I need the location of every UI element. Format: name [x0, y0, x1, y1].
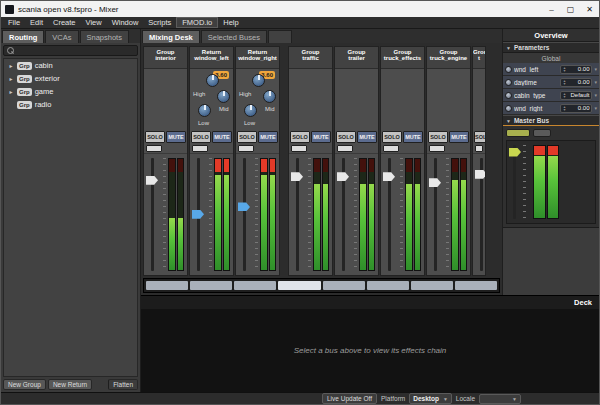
- search-input[interactable]: [17, 47, 134, 54]
- scrollbar-segment-5[interactable]: [367, 281, 409, 290]
- tree-item-exterior[interactable]: ▸Grpexterior: [4, 72, 137, 85]
- parameter-value-box[interactable]: ▴▾0.00: [560, 104, 592, 113]
- button-flatten[interactable]: Flatten: [108, 379, 138, 390]
- fader-value-box[interactable]: [383, 145, 399, 152]
- button-new-group[interactable]: New Group: [3, 379, 46, 390]
- tab-snapshots[interactable]: Snapshots: [80, 30, 129, 43]
- spinner-arrows-icon[interactable]: ▴▾: [563, 66, 565, 73]
- scrollbar-segment-2[interactable]: [234, 281, 276, 290]
- expand-arrow-icon[interactable]: ▸: [8, 62, 14, 69]
- parameter-value-box[interactable]: ▴▾0.00: [560, 78, 592, 87]
- master-fader-handle[interactable]: [509, 148, 521, 157]
- solo-button[interactable]: SOLO: [237, 131, 257, 143]
- mixer-strip-window-left[interactable]: Returnwindow_left3.60HighMidLowSOLOMUTE: [189, 46, 234, 276]
- mixer-strip-traffic[interactable]: GrouptrafficSOLOMUTE: [288, 46, 333, 276]
- expand-arrow-icon[interactable]: ▸: [8, 75, 14, 82]
- mute-button[interactable]: MUTE: [311, 131, 331, 143]
- menu-view[interactable]: View: [81, 17, 107, 28]
- knob-mid[interactable]: [217, 90, 230, 103]
- knob-high[interactable]: [252, 74, 265, 87]
- master-bus-section-header[interactable]: ▼ Master Bus: [503, 115, 599, 126]
- fader-value-box[interactable]: [429, 145, 445, 152]
- parameter-row-daytime[interactable]: daytime▴▾0.00▾: [503, 76, 599, 89]
- master-solo-button[interactable]: [506, 129, 530, 137]
- solo-button[interactable]: SOLO: [428, 131, 448, 143]
- fader-value-box[interactable]: [192, 145, 208, 152]
- solo-button[interactable]: SOLO: [290, 131, 310, 143]
- mixer-strip-interior[interactable]: GroupinteriorSOLOMUTE: [143, 46, 188, 276]
- spin-down-icon[interactable]: ▾: [563, 82, 565, 86]
- parameter-value-box[interactable]: ▴▾Default: [560, 91, 592, 100]
- locale-dropdown[interactable]: ▼: [479, 394, 521, 404]
- fader-value-box[interactable]: [291, 145, 307, 152]
- fader-value-box[interactable]: [475, 145, 483, 152]
- spinner-arrows-icon[interactable]: ▴▾: [563, 79, 565, 86]
- menu-scripts[interactable]: Scripts: [143, 17, 176, 28]
- platform-dropdown[interactable]: Desktop ▼: [409, 393, 452, 404]
- parameter-row-wnd-left[interactable]: wnd_left▴▾0.00▾: [503, 63, 599, 76]
- tab-mixing-desk[interactable]: Mixing Desk: [142, 30, 200, 43]
- mixer-strip-t[interactable]: GrouptSOLOMUTE: [472, 46, 486, 276]
- scrollbar-segment-0[interactable]: [146, 281, 188, 290]
- tree-item-radio[interactable]: Grpradio: [4, 98, 137, 111]
- tab-stub[interactable]: [268, 30, 292, 43]
- mute-button[interactable]: MUTE: [449, 131, 469, 143]
- fader-value-box[interactable]: [337, 145, 353, 152]
- knob-low[interactable]: [198, 104, 211, 117]
- solo-button[interactable]: SOLO: [145, 131, 165, 143]
- menu-help[interactable]: Help: [218, 17, 243, 28]
- fader-value-box[interactable]: [146, 145, 162, 152]
- tree-item-cabin[interactable]: ▸Grpcabin: [4, 59, 137, 72]
- menu-window[interactable]: Window: [107, 17, 144, 28]
- chevron-down-icon[interactable]: ▾: [594, 105, 597, 111]
- knob-mid[interactable]: [263, 90, 276, 103]
- knob-high[interactable]: [206, 74, 219, 87]
- chevron-down-icon[interactable]: ▾: [594, 66, 597, 72]
- search-box[interactable]: [3, 45, 138, 56]
- mixer-scrollbar[interactable]: [143, 278, 500, 293]
- parameter-row-cabin-type[interactable]: cabin_type▴▾Default▾: [503, 89, 599, 102]
- expand-arrow-icon[interactable]: ▸: [8, 88, 14, 95]
- fader-handle[interactable]: [337, 172, 349, 181]
- tab-routing[interactable]: Routing: [2, 30, 44, 43]
- scrollbar-segment-1[interactable]: [190, 281, 232, 290]
- mixer-strip-truck-effects[interactable]: Grouptruck_effectsSOLOMUTE: [380, 46, 425, 276]
- mixer-strip-trailer[interactable]: GrouptrailerSOLOMUTE: [334, 46, 379, 276]
- tab-vcas[interactable]: VCAs: [45, 30, 78, 43]
- chevron-down-icon[interactable]: ▾: [594, 92, 597, 98]
- fader-handle[interactable]: [238, 202, 250, 211]
- fader-handle[interactable]: [146, 176, 158, 185]
- spin-down-icon[interactable]: ▾: [563, 108, 565, 112]
- fader-handle[interactable]: [475, 170, 486, 179]
- solo-button[interactable]: SOLO: [191, 131, 211, 143]
- parameters-section-header[interactable]: ▼ Parameters: [503, 42, 599, 53]
- spinner-arrows-icon[interactable]: ▴▾: [563, 92, 565, 99]
- scrollbar-segment-7[interactable]: [455, 281, 497, 290]
- live-update-button[interactable]: Live Update Off: [322, 393, 377, 404]
- scrollbar-segment-3[interactable]: [278, 281, 320, 290]
- spinner-arrows-icon[interactable]: ▴▾: [563, 105, 565, 112]
- mute-button[interactable]: MUTE: [166, 131, 186, 143]
- fader-handle[interactable]: [192, 210, 204, 219]
- mixer-strip-truck-engine[interactable]: Grouptruck_engineSOLOMUTE: [426, 46, 471, 276]
- tree-item-game[interactable]: ▸Grpgame: [4, 85, 137, 98]
- solo-button[interactable]: SOLO: [474, 131, 486, 143]
- fader-handle[interactable]: [429, 178, 441, 187]
- tab-selected-buses[interactable]: Selected Buses: [201, 30, 267, 43]
- menu-create[interactable]: Create: [48, 17, 81, 28]
- menu-file[interactable]: File: [3, 17, 25, 28]
- menu-edit[interactable]: Edit: [25, 17, 48, 28]
- scrollbar-segment-6[interactable]: [411, 281, 453, 290]
- mute-button[interactable]: MUTE: [258, 131, 278, 143]
- scrollbar-segment-4[interactable]: [323, 281, 365, 290]
- mute-button[interactable]: MUTE: [212, 131, 232, 143]
- fader-handle[interactable]: [291, 172, 303, 181]
- parameter-row-wnd-right[interactable]: wnd_right▴▾0.00▾: [503, 102, 599, 115]
- menu-fmod-io[interactable]: FMOD.io: [176, 17, 218, 28]
- solo-button[interactable]: SOLO: [336, 131, 356, 143]
- fader-handle[interactable]: [383, 172, 395, 181]
- button-new-return[interactable]: New Return: [48, 379, 92, 390]
- maximize-button[interactable]: ▢: [561, 1, 580, 17]
- knob-low[interactable]: [244, 104, 257, 117]
- minimize-button[interactable]: –: [542, 1, 561, 17]
